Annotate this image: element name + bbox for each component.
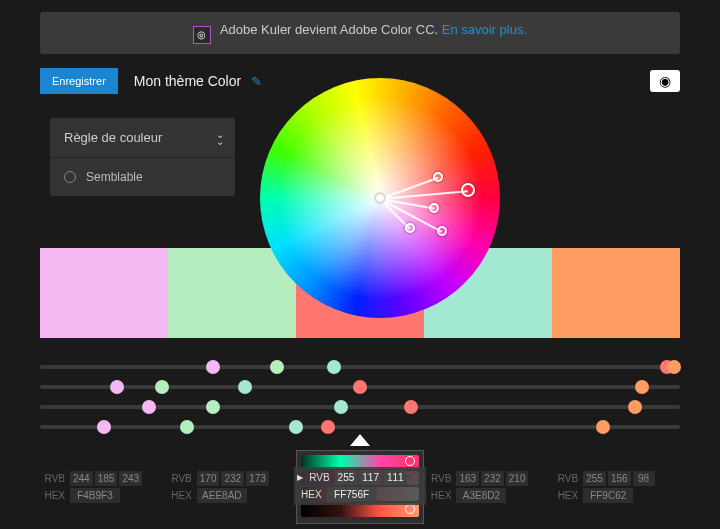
triangle-right-icon: ▶: [297, 473, 303, 482]
chevron-down-icon: ⌄⌄: [216, 131, 221, 145]
theme-title: Mon thème Color: [134, 73, 241, 89]
value-g[interactable]: 232: [221, 471, 244, 486]
wheel-handle[interactable]: [437, 226, 447, 236]
value-hex[interactable]: A3E8D2: [456, 488, 506, 503]
value-r[interactable]: 255: [335, 470, 358, 485]
value-column: RVB170232173HEXAEE8AD: [167, 470, 294, 505]
slider-handle[interactable]: [327, 360, 341, 374]
slider-handle[interactable]: [404, 400, 418, 414]
slider-handle[interactable]: [289, 420, 303, 434]
rule-panel: Règle de couleur ⌄⌄ Semblable: [50, 118, 235, 196]
slider-handle[interactable]: [142, 400, 156, 414]
sliders-area: [40, 358, 680, 438]
slider-handle[interactable]: [628, 400, 642, 414]
slider-handle[interactable]: [155, 380, 169, 394]
gradient-slider[interactable]: [301, 503, 419, 517]
slider-handle[interactable]: [206, 360, 220, 374]
slider-handle[interactable]: [110, 380, 124, 394]
value-g[interactable]: 156: [608, 471, 631, 486]
radio-icon: [64, 171, 76, 183]
slider-handle[interactable]: [667, 360, 681, 374]
color-wheel[interactable]: [260, 78, 500, 318]
wheel-handle[interactable]: [405, 223, 415, 233]
slider-track[interactable]: [40, 378, 680, 396]
value-g[interactable]: 117: [359, 470, 382, 485]
value-r[interactable]: 170: [197, 471, 220, 486]
rvb-label: RVB: [426, 473, 456, 484]
wheel-handle[interactable]: [461, 183, 475, 197]
value-b[interactable]: 98: [633, 471, 655, 486]
banner-text: Adobe Kuler devient Adobe Color CC.: [220, 22, 442, 37]
value-b[interactable]: 111: [384, 470, 407, 485]
camera-button[interactable]: ◉: [650, 70, 680, 92]
triangle-up-icon: [350, 434, 370, 446]
hex-label: HEX: [426, 490, 456, 501]
slider-track[interactable]: [40, 398, 680, 416]
rule-panel-title: Règle de couleur: [64, 130, 162, 145]
slider-handle[interactable]: [321, 420, 335, 434]
rule-option-label: Semblable: [86, 170, 143, 184]
value-r[interactable]: 255: [583, 471, 606, 486]
wheel-handle[interactable]: [376, 194, 384, 202]
value-g[interactable]: 232: [481, 471, 504, 486]
rule-panel-header[interactable]: Règle de couleur ⌄⌄: [50, 118, 235, 158]
slider-handle[interactable]: [238, 380, 252, 394]
value-hex[interactable]: AEE8AD: [197, 488, 247, 503]
value-column: RVB163232210HEXA3E8D2: [426, 470, 553, 505]
slider-handle[interactable]: [353, 380, 367, 394]
value-g[interactable]: 185: [95, 471, 118, 486]
slider-handle[interactable]: [206, 400, 220, 414]
hex-label: HEX: [297, 489, 327, 500]
slider-handle[interactable]: [270, 360, 284, 374]
value-b[interactable]: 210: [506, 471, 529, 486]
gradient-handle[interactable]: [405, 504, 415, 514]
value-column: RVB25515698HEXFF9C62: [553, 470, 680, 505]
slider-track[interactable]: [40, 358, 680, 376]
value-column: ▶RVB255117111HEXFF756F: [294, 467, 427, 505]
swatch[interactable]: [40, 248, 168, 338]
hex-label: HEX: [553, 490, 583, 501]
rvb-label: RVB: [553, 473, 583, 484]
rvb-label: RVB: [40, 473, 70, 484]
value-hex[interactable]: F4B9F3: [70, 488, 120, 503]
kuler-logo-icon: ◎: [193, 26, 211, 44]
value-b[interactable]: 173: [246, 471, 269, 486]
value-column: RVB244185243HEXF4B9F3: [40, 470, 167, 505]
hex-label: HEX: [167, 490, 197, 501]
wheel-handle[interactable]: [429, 203, 439, 213]
value-r[interactable]: 163: [456, 471, 479, 486]
value-hex[interactable]: FF9C62: [583, 488, 633, 503]
slider-handle[interactable]: [97, 420, 111, 434]
slider-handle[interactable]: [596, 420, 610, 434]
value-b[interactable]: 243: [119, 471, 142, 486]
swatch[interactable]: [552, 248, 680, 338]
camera-icon: ◉: [659, 73, 671, 89]
values-row: RVB244185243HEXF4B9F3RVB170232173HEXAEE8…: [40, 470, 680, 505]
notification-banner: ◎ Adobe Kuler devient Adobe Color CC. En…: [40, 12, 680, 54]
banner-link[interactable]: En savoir plus.: [442, 22, 527, 37]
rvb-label: RVB: [305, 472, 335, 483]
slider-handle[interactable]: [180, 420, 194, 434]
slider-handle[interactable]: [334, 400, 348, 414]
hex-label: HEX: [40, 490, 70, 501]
rule-option[interactable]: Semblable: [50, 158, 235, 196]
wheel-handle[interactable]: [433, 172, 443, 182]
save-button[interactable]: Enregistrer: [40, 68, 118, 94]
slider-handle[interactable]: [635, 380, 649, 394]
rvb-label: RVB: [167, 473, 197, 484]
value-r[interactable]: 244: [70, 471, 93, 486]
gradient-handle[interactable]: [405, 456, 415, 466]
value-hex[interactable]: FF756F: [327, 487, 377, 502]
